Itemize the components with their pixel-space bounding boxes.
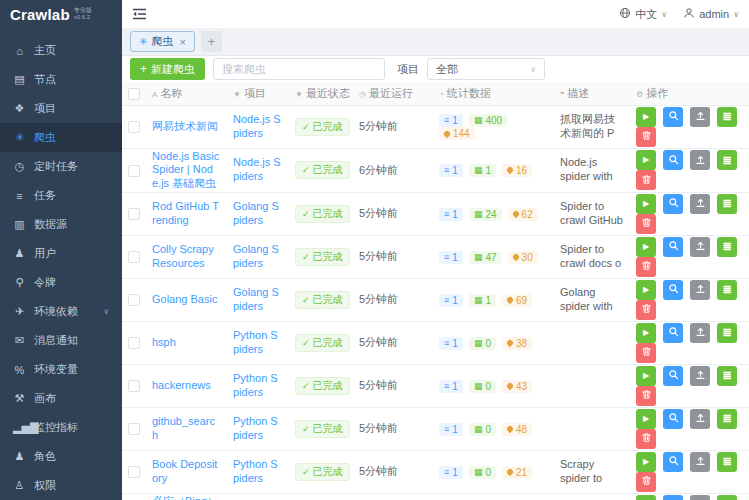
- column-header-stats[interactable]: ◔统计数据: [433, 82, 554, 105]
- upload-button[interactable]: [690, 237, 710, 257]
- project-link[interactable]: Golang Spiders: [233, 286, 283, 314]
- view-button[interactable]: [663, 323, 683, 343]
- run-button[interactable]: ▶: [636, 452, 656, 472]
- upload-button[interactable]: [690, 194, 710, 214]
- delete-button[interactable]: [636, 343, 656, 363]
- view-button[interactable]: [663, 495, 683, 500]
- data-button[interactable]: ≣: [717, 323, 737, 343]
- project-link[interactable]: Python Spiders: [233, 329, 283, 357]
- upload-button[interactable]: [690, 409, 710, 429]
- run-button[interactable]: ▶: [636, 150, 656, 170]
- run-button[interactable]: ▶: [636, 366, 656, 386]
- project-link[interactable]: Golang Spiders: [233, 243, 283, 271]
- column-header-actions[interactable]: ⚙操作: [630, 82, 749, 105]
- run-button[interactable]: ▶: [636, 409, 656, 429]
- spider-name-link[interactable]: hsph: [152, 336, 176, 350]
- upload-button[interactable]: [690, 107, 710, 127]
- delete-button[interactable]: [636, 386, 656, 406]
- upload-button[interactable]: [690, 495, 710, 500]
- project-link[interactable]: Python Spiders: [233, 372, 283, 400]
- upload-button[interactable]: [690, 280, 710, 300]
- spider-name-link[interactable]: Rod GitHub Trending: [152, 200, 221, 228]
- run-button[interactable]: ▶: [636, 495, 656, 500]
- column-header-project[interactable]: ▼项目: [227, 82, 289, 105]
- data-button[interactable]: ≣: [717, 452, 737, 472]
- view-button[interactable]: [663, 194, 683, 214]
- project-link[interactable]: Golang Spiders: [233, 200, 283, 228]
- spider-name-link[interactable]: Book Depository: [152, 458, 221, 486]
- sidebar-item-datasources[interactable]: ▥ 数据源 ∨: [0, 210, 122, 239]
- upload-button[interactable]: [690, 452, 710, 472]
- data-button[interactable]: ≣: [717, 107, 737, 127]
- view-button[interactable]: [663, 409, 683, 429]
- column-header-last-run[interactable]: ◷最近运行: [353, 82, 433, 105]
- view-button[interactable]: [663, 237, 683, 257]
- sidebar-item-spiders[interactable]: ✳ 爬虫 ∨: [0, 123, 122, 152]
- spider-name-link[interactable]: github_search: [152, 415, 221, 443]
- project-link[interactable]: Python Spiders: [233, 458, 283, 486]
- data-button[interactable]: ≣: [717, 495, 737, 500]
- run-button[interactable]: ▶: [636, 107, 656, 127]
- data-button[interactable]: ≣: [717, 280, 737, 300]
- sidebar-item-notifications[interactable]: ✉ 消息通知 ∨: [0, 326, 122, 355]
- project-filter-select[interactable]: 全部 ∨: [427, 58, 545, 80]
- spider-name-link[interactable]: 网易技术新闻: [152, 120, 218, 134]
- spider-name-link[interactable]: hackernews: [152, 379, 211, 393]
- delete-button[interactable]: [636, 214, 656, 234]
- view-button[interactable]: [663, 107, 683, 127]
- row-checkbox[interactable]: [128, 423, 140, 435]
- project-link[interactable]: Node.js Spiders: [233, 156, 283, 184]
- spider-name-link[interactable]: 必应（Bing）Playwright 爬虫: [152, 495, 221, 500]
- row-checkbox[interactable]: [128, 466, 140, 478]
- sidebar-item-dependencies[interactable]: ✈ 环境依赖 ∨: [0, 297, 122, 326]
- run-button[interactable]: ▶: [636, 194, 656, 214]
- close-icon[interactable]: ×: [179, 36, 185, 48]
- row-checkbox[interactable]: [128, 251, 140, 263]
- sidebar-item-permissions[interactable]: ♙ 权限 ∨: [0, 471, 122, 500]
- tab-spiders[interactable]: ✳ 爬虫 ×: [130, 31, 195, 52]
- view-button[interactable]: [663, 452, 683, 472]
- row-checkbox[interactable]: [128, 337, 140, 349]
- delete-button[interactable]: [636, 127, 656, 147]
- sidebar-item-tokens[interactable]: ⚲ 令牌 ∨: [0, 268, 122, 297]
- data-button[interactable]: ≣: [717, 237, 737, 257]
- upload-button[interactable]: [690, 150, 710, 170]
- user-menu[interactable]: admin ∨: [683, 7, 739, 21]
- project-link[interactable]: Python Spiders: [233, 415, 283, 443]
- new-spider-button[interactable]: + 新建爬虫: [130, 58, 205, 80]
- language-switcher[interactable]: 中文 ∨: [619, 7, 667, 22]
- select-all-checkbox[interactable]: [128, 88, 140, 100]
- sidebar-item-schedules[interactable]: ◷ 定时任务 ∨: [0, 152, 122, 181]
- delete-button[interactable]: [636, 472, 656, 492]
- spider-name-link[interactable]: Golang Basic: [152, 293, 217, 307]
- row-checkbox[interactable]: [128, 380, 140, 392]
- sidebar-item-roles[interactable]: ♟ 角色 ∨: [0, 442, 122, 471]
- row-checkbox[interactable]: [128, 121, 140, 133]
- run-button[interactable]: ▶: [636, 323, 656, 343]
- row-checkbox[interactable]: [128, 165, 140, 177]
- sidebar-item-nodes[interactable]: ▤ 节点 ∨: [0, 65, 122, 94]
- sidebar-item-canvas[interactable]: ⚒ 画布 ∨: [0, 384, 122, 413]
- row-checkbox[interactable]: [128, 294, 140, 306]
- delete-button[interactable]: [636, 429, 656, 449]
- view-button[interactable]: [663, 150, 683, 170]
- spider-name-link[interactable]: Node.js Basic Spider | Node.js 基础爬虫: [152, 150, 221, 191]
- sidebar-item-metrics[interactable]: ▂▅▇ 监控指标 ∨: [0, 413, 122, 442]
- data-button[interactable]: ≣: [717, 150, 737, 170]
- sidebar-item-env-vars[interactable]: % 环境变量 ∨: [0, 355, 122, 384]
- delete-button[interactable]: [636, 300, 656, 320]
- column-header-status[interactable]: ▼最近状态: [289, 82, 353, 105]
- sidebar-item-tasks[interactable]: ≡ 任务 ∨: [0, 181, 122, 210]
- data-button[interactable]: ≣: [717, 194, 737, 214]
- view-button[interactable]: [663, 366, 683, 386]
- sidebar-item-home[interactable]: ⌂ 主页 ∨: [0, 36, 122, 65]
- column-header-description[interactable]: ❝描述: [554, 82, 630, 105]
- sidebar-item-users[interactable]: ♟ 用户 ∨: [0, 239, 122, 268]
- upload-button[interactable]: [690, 323, 710, 343]
- run-button[interactable]: ▶: [636, 237, 656, 257]
- delete-button[interactable]: [636, 170, 656, 190]
- run-button[interactable]: ▶: [636, 280, 656, 300]
- upload-button[interactable]: [690, 366, 710, 386]
- column-header-name[interactable]: A名称: [146, 82, 227, 105]
- add-tab-button[interactable]: +: [201, 31, 222, 52]
